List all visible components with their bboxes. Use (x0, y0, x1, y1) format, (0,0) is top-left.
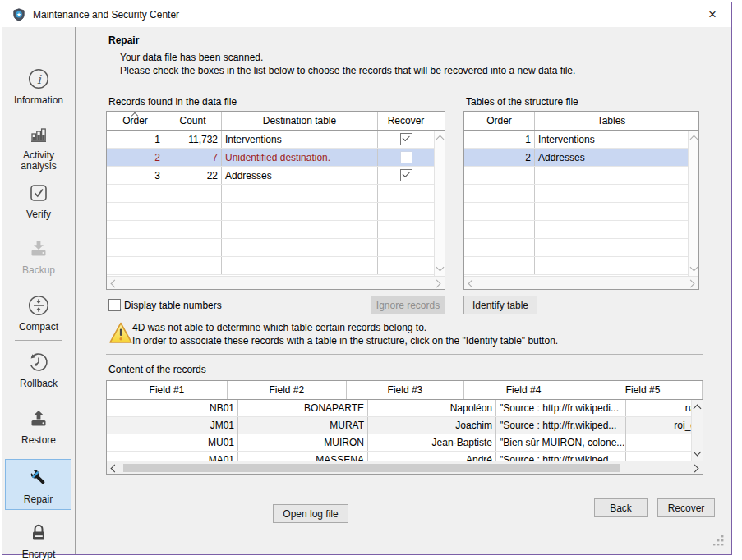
horizontal-scrollbar[interactable] (107, 276, 445, 289)
empty-row (464, 239, 688, 257)
scroll-down-icon[interactable] (436, 264, 445, 272)
empty-row (107, 185, 434, 203)
empty-row (107, 257, 434, 275)
intro-line-2: Please check the boxes in the list below… (120, 65, 575, 76)
information-icon: i (27, 67, 50, 93)
sidebar-item-label: Verify (13, 209, 64, 220)
scroll-right-icon[interactable] (687, 280, 695, 288)
scrollbar-thumb[interactable] (123, 464, 620, 472)
scroll-up-icon[interactable] (436, 135, 445, 144)
column-header-order[interactable]: Order (107, 112, 164, 130)
sidebar-item-label: Information (13, 95, 64, 106)
verify-icon (27, 181, 50, 207)
record-row[interactable]: 3 22 Addresses (107, 167, 434, 185)
record-row-selected[interactable]: 2 7 Unidentified destination. (107, 149, 434, 167)
titlebar: ★ Maintenance and Security Center × (2, 2, 731, 27)
sidebar-item-label: Activity analysis (13, 150, 64, 172)
sidebar-divider (15, 340, 62, 341)
scroll-left-icon[interactable] (111, 465, 119, 473)
compact-icon (27, 294, 50, 319)
content-table: Field #1 Field #2 Field #3 Field #4 Fiel… (106, 380, 703, 475)
sidebar-item-encrypt[interactable]: Encrypt (2, 521, 75, 560)
content-row-clipped[interactable]: MA01 MASSENA André "Source : http://fr.w… (107, 452, 703, 461)
display-table-numbers-checkbox[interactable] (108, 299, 121, 311)
scroll-right-icon[interactable] (691, 465, 699, 473)
horizontal-scrollbar[interactable] (107, 461, 703, 474)
records-table-label: Records found in the data file (108, 96, 237, 108)
sidebar-item-activity-analysis[interactable]: Activity analysis (2, 122, 75, 172)
sidebar-item-rollback[interactable]: Rollback (2, 351, 75, 389)
empty-row (464, 221, 688, 239)
open-log-file-button[interactable]: Open log file (273, 504, 348, 523)
vertical-scrollbar[interactable] (691, 400, 703, 461)
resize-grip[interactable] (713, 535, 724, 549)
warning-line-2: In order to associate these records with… (132, 335, 558, 347)
sidebar-item-repair[interactable]: Repair (5, 459, 71, 510)
warning-line-1: 4D was not able to determine which table… (132, 322, 426, 333)
encrypt-lock-icon (27, 521, 50, 547)
recover-checkbox[interactable] (400, 169, 412, 181)
sidebar-item-compact[interactable]: Compact (2, 294, 75, 333)
column-header-tables[interactable]: Tables (535, 112, 688, 130)
column-header-recover[interactable]: Recover (378, 112, 434, 130)
rollback-icon (27, 351, 50, 376)
empty-row (107, 203, 434, 221)
column-header-field1[interactable]: Field #1 (107, 381, 228, 399)
structure-table-label: Tables of the structure file (466, 96, 578, 108)
column-header-destination-table[interactable]: Destination table (222, 112, 378, 130)
activity-analysis-icon (27, 122, 50, 148)
sidebar-item-label: Backup (13, 265, 64, 276)
warning-icon (108, 321, 133, 347)
column-header-field5[interactable]: Field #5 (583, 381, 703, 399)
column-header-field3[interactable]: Field #3 (347, 381, 464, 399)
display-table-numbers-label: Display table numbers (124, 300, 222, 311)
page-title: Repair (108, 34, 139, 46)
records-table: Order Count Destination table Recover 1 … (106, 111, 445, 290)
msc-window: ★ Maintenance and Security Center × i In… (2, 2, 732, 555)
restore-icon (27, 407, 50, 433)
record-row[interactable]: 1 11,732 Interventions (107, 131, 434, 149)
back-button[interactable]: Back (594, 498, 648, 517)
column-header-field4[interactable]: Field #4 (464, 381, 583, 399)
sidebar-item-verify[interactable]: Verify (2, 181, 75, 220)
sidebar-item-label: Rollback (13, 379, 64, 389)
recover-button[interactable]: Recover (657, 498, 715, 517)
scroll-up-icon[interactable] (690, 135, 698, 144)
content-row[interactable]: JM01 MURAT Joachim "Source : http://fr.w… (107, 417, 703, 434)
column-header-field2[interactable]: Field #2 (228, 381, 347, 399)
sidebar-item-label: Restore (13, 435, 64, 446)
content-row[interactable]: NB01 BONAPARTE Napoléon "Source : http:/… (107, 400, 703, 417)
svg-text:★: ★ (16, 11, 21, 18)
backup-icon (27, 237, 50, 263)
sidebar-item-information[interactable]: i Information (2, 67, 75, 106)
scroll-up-icon[interactable] (694, 405, 702, 413)
recover-checkbox[interactable] (400, 133, 412, 145)
sidebar-item-backup: Backup (2, 237, 75, 276)
scroll-down-icon[interactable] (694, 448, 702, 457)
scroll-right-icon[interactable] (433, 280, 441, 288)
intro-line-1: Your data file has been scanned. (120, 52, 263, 63)
scroll-down-icon[interactable] (690, 264, 698, 272)
empty-row (464, 203, 688, 221)
column-header-order[interactable]: Order (464, 112, 535, 130)
sidebar-item-label: Compact (13, 322, 64, 333)
content-row[interactable]: MU01 MUIRON Jean-Baptiste "Bien sûr MUIR… (107, 434, 703, 452)
structure-row-selected[interactable]: 2 Addresses (464, 149, 688, 167)
repair-wrench-icon (27, 466, 50, 492)
recover-checkbox[interactable] (400, 151, 412, 163)
identify-table-button[interactable]: Identify table (463, 296, 537, 314)
vertical-scrollbar[interactable] (434, 131, 445, 276)
scroll-left-icon[interactable] (468, 280, 477, 288)
sidebar-item-restore[interactable]: Restore (2, 407, 75, 446)
vertical-scrollbar[interactable] (688, 131, 698, 276)
structure-row[interactable]: 1 Interventions (464, 131, 688, 149)
close-icon[interactable]: × (694, 2, 731, 27)
column-header-count[interactable]: Count (164, 112, 222, 130)
app-shield-icon: ★ (12, 8, 25, 21)
empty-row (107, 239, 434, 257)
structure-table-header: Order Tables (464, 112, 698, 131)
scroll-left-icon[interactable] (111, 280, 119, 288)
ignore-records-button: Ignore records (371, 296, 445, 314)
empty-row (107, 221, 434, 239)
horizontal-scrollbar[interactable] (464, 276, 698, 289)
